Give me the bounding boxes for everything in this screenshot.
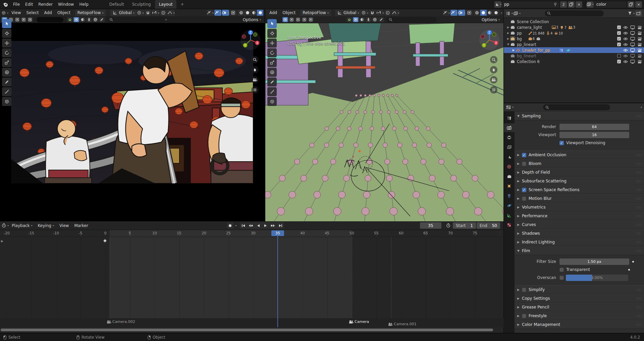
gizmo-toggle[interactable]: ▾ [450, 10, 458, 16]
expand-icon[interactable]: ▶ [511, 49, 516, 52]
disable-viewport-icon[interactable] [630, 48, 635, 52]
disable-render-icon[interactable] [637, 48, 642, 52]
transform-orientation-dropdown[interactable]: Global▾ [335, 10, 361, 16]
shading-rendered-button[interactable] [257, 10, 263, 16]
panel-bloom[interactable]: ▶Bloom∷∷ [515, 159, 644, 168]
hide-eye-icon[interactable] [623, 32, 628, 35]
panel-ambient-occlusion[interactable]: ▶✓Ambient Occlusion∷∷ [515, 151, 644, 159]
outliner-row-camera-light[interactable]: ▶ camera_light 3 7 3 ✓ [504, 24, 644, 30]
workspace-tab-sculpting[interactable]: Sculpting [128, 0, 155, 9]
retopo-person-icon[interactable] [86, 17, 92, 22]
exclude-checkbox[interactable]: ✓ [617, 31, 621, 35]
shading-wireframe-button[interactable] [474, 10, 480, 16]
tab-world[interactable] [504, 162, 515, 171]
panel-simplify[interactable]: ▶Simplify∷∷ [515, 285, 644, 294]
panel-performance[interactable]: ▶Performance∷∷ [515, 212, 644, 220]
simplify-checkbox[interactable] [522, 288, 526, 292]
overscan-checkbox[interactable] [559, 276, 564, 280]
rotate-tool[interactable] [2, 48, 11, 57]
ortho-toggle-icon[interactable] [251, 86, 259, 94]
ssr-checkbox[interactable]: ✓ [522, 188, 526, 192]
overlays-dropdown[interactable]: ▾ [458, 10, 465, 16]
auto-keying-record-button[interactable] [227, 222, 233, 229]
panel-sampling[interactable]: ▼Sampling∷∷ [515, 112, 644, 120]
hide-eye-icon[interactable] [623, 54, 628, 58]
marker-camera-002[interactable]: Camera.002 [107, 320, 135, 324]
snap-toggle[interactable] [369, 10, 376, 16]
hide-eye-icon[interactable] [623, 37, 628, 41]
proportional-falloff-dropdown[interactable]: ▾ [392, 10, 399, 16]
expand-icon[interactable]: ▶ [506, 37, 511, 40]
panel-subsurface-scattering[interactable]: ▶Subsurface Scattering∷∷ [515, 177, 644, 185]
jump-to-start-button[interactable] [240, 222, 247, 229]
outliner-row-lineart-for-pp[interactable]: ▶ LineArt_for_pp [504, 47, 644, 53]
ambient-occlusion-checkbox[interactable]: ✓ [522, 153, 526, 157]
scale-tool[interactable] [2, 58, 11, 67]
exclude-checkbox[interactable]: ✓ [617, 37, 621, 41]
menu-keying[interactable]: Keying▾ [35, 221, 57, 230]
timeline-ruler[interactable]: -20 -15 -10 -5 0 5 10 15 20 25 30 35 40 … [0, 230, 504, 237]
panel-color-management[interactable]: ▶Color Management∷∷ [515, 320, 644, 329]
viewport-denoising-checkbox[interactable]: ✓ [559, 141, 564, 145]
panel-screen-space-reflections[interactable]: ▶✓Screen Space Reflections∷∷ [515, 185, 644, 194]
freestyle-checkbox[interactable] [522, 314, 526, 318]
select-mode-box[interactable] [289, 17, 294, 22]
animate-dot-icon[interactable] [628, 269, 630, 271]
panel-depth-of-field[interactable]: ▶Depth of Field∷∷ [515, 168, 644, 177]
disable-viewport-icon[interactable] [630, 54, 635, 58]
hide-eye-icon[interactable] [623, 43, 628, 46]
select-mode-circle[interactable] [14, 17, 20, 22]
select-mode-lasso[interactable] [302, 17, 307, 22]
move-tool[interactable] [267, 39, 277, 48]
retopo-solid-icon[interactable] [353, 17, 359, 22]
tool-search-input[interactable] [107, 17, 164, 23]
shading-solid-button[interactable] [480, 10, 487, 16]
outliner-view-layer-icon[interactable]: ▾ [514, 10, 521, 16]
transform-orientation-dropdown[interactable]: Global▾ [110, 10, 137, 16]
viewport-solid[interactable]: Add Object RetopoFlow▾ Global▾ ▾ ▾ ▾ ▾ ▾… [265, 9, 504, 221]
panel-shadows[interactable]: ▶Shadows∷∷ [515, 229, 644, 238]
frame-end-field[interactable]: End50 [477, 222, 500, 229]
marker-band[interactable] [0, 318, 504, 327]
snap-toggle[interactable] [145, 10, 151, 16]
outliner-row-scene-collection[interactable]: Scene Collection [504, 19, 644, 24]
select-mode-circle[interactable] [295, 17, 301, 22]
bloom-checkbox[interactable] [522, 162, 526, 166]
tool-target-field[interactable] [37, 17, 63, 22]
annotate-tool[interactable] [267, 77, 277, 87]
panel-motion-blur[interactable]: ▶Motion Blur∷∷ [515, 194, 644, 203]
overlays-dropdown[interactable]: ▾ [222, 10, 229, 16]
next-keyframe-button[interactable] [269, 222, 277, 229]
rotate-tool[interactable] [267, 48, 277, 57]
exclude-checkbox[interactable]: ✓ [617, 25, 621, 29]
measure-tool[interactable] [2, 87, 11, 96]
editor-type-icon[interactable]: ▾ [2, 10, 8, 16]
panel-film[interactable]: ▼Film∷∷ [515, 246, 644, 255]
tab-view-layer[interactable] [504, 143, 515, 152]
expand-icon[interactable]: ▶ [506, 26, 511, 29]
outliner-row-pp-lineart[interactable]: ▼ pp_lineart ✓ [504, 42, 644, 47]
view-layer-copy-button[interactable] [628, 1, 634, 8]
add-cube-tool[interactable] [267, 97, 277, 106]
panel-indirect-lighting[interactable]: ▶Indirect Lighting∷∷ [515, 238, 644, 246]
marker-camera[interactable]: Camera [349, 320, 369, 324]
transform-tool[interactable] [267, 68, 277, 77]
filter-funnel-icon[interactable]: ▾ [628, 10, 635, 16]
retopo-stamp-icon[interactable] [99, 17, 105, 22]
show-gizmo-dropdown[interactable]: ▾ [443, 10, 450, 16]
outliner-search-input[interactable] [545, 10, 604, 16]
timeline-scrollbar[interactable] [1, 329, 493, 331]
retopo-person-icon[interactable] [366, 17, 371, 22]
ortho-toggle-icon[interactable] [490, 86, 497, 94]
use-preview-range-icon[interactable] [445, 223, 452, 229]
pin-icon[interactable] [553, 3, 557, 6]
playhead[interactable] [277, 235, 278, 327]
panel-copy-settings[interactable]: ▶Copy Settings∷∷ [515, 294, 644, 303]
tab-collection[interactable] [504, 172, 515, 181]
menu-render[interactable]: Render [36, 0, 55, 9]
disable-render-icon[interactable] [637, 25, 642, 30]
transparent-checkbox[interactable] [559, 268, 564, 272]
outliner-display-mode-dropdown[interactable]: ▾ [506, 10, 513, 16]
menu-file[interactable]: File [10, 0, 22, 9]
snap-target-dropdown[interactable]: ▾ [376, 10, 384, 16]
